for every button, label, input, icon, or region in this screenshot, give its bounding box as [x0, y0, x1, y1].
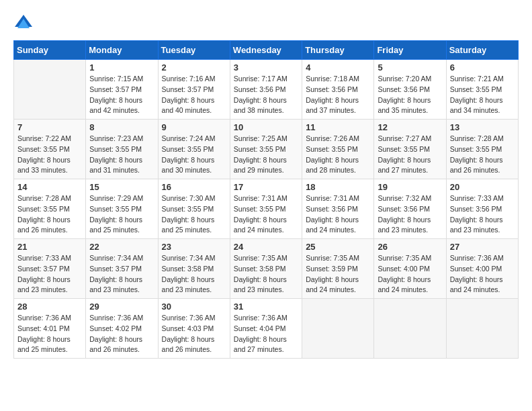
day-number: 2: [162, 62, 226, 73]
day-info: Sunrise: 7:32 AM Sunset: 3:56 PM Dayligh…: [378, 193, 442, 236]
calendar-cell: 22Sunrise: 7:34 AM Sunset: 3:57 PM Dayli…: [86, 239, 158, 299]
day-info: Sunrise: 7:15 AM Sunset: 3:57 PM Dayligh…: [89, 74, 154, 116]
calendar-cell: 31Sunrise: 7:36 AM Sunset: 4:04 PM Dayli…: [230, 299, 302, 359]
calendar-cell: 7Sunrise: 7:22 AM Sunset: 3:55 PM Daylig…: [14, 120, 86, 179]
calendar-cell: 26Sunrise: 7:35 AM Sunset: 4:00 PM Dayli…: [374, 239, 446, 299]
calendar-cell: 1Sunrise: 7:15 AM Sunset: 3:57 PM Daylig…: [86, 60, 158, 120]
calendar-cell: 8Sunrise: 7:23 AM Sunset: 3:55 PM Daylig…: [86, 120, 158, 179]
day-info: Sunrise: 7:36 AM Sunset: 4:00 PM Dayligh…: [450, 253, 515, 295]
day-number: 27: [450, 242, 515, 252]
calendar-cell: 10Sunrise: 7:25 AM Sunset: 3:55 PM Dayli…: [230, 120, 302, 179]
logo: [13, 13, 36, 34]
day-number: 3: [234, 62, 298, 73]
calendar-cell: 21Sunrise: 7:33 AM Sunset: 3:57 PM Dayli…: [14, 239, 86, 299]
day-info: Sunrise: 7:34 AM Sunset: 3:57 PM Dayligh…: [89, 253, 154, 295]
day-number: 24: [234, 242, 298, 252]
calendar-week-row: 1Sunrise: 7:15 AM Sunset: 3:57 PM Daylig…: [14, 60, 519, 120]
calendar-cell: 19Sunrise: 7:32 AM Sunset: 3:56 PM Dayli…: [374, 179, 446, 239]
day-info: Sunrise: 7:21 AM Sunset: 3:55 PM Dayligh…: [450, 74, 515, 116]
day-info: Sunrise: 7:34 AM Sunset: 3:58 PM Dayligh…: [162, 253, 226, 295]
calendar-cell: 25Sunrise: 7:35 AM Sunset: 3:59 PM Dayli…: [302, 239, 374, 299]
day-info: Sunrise: 7:31 AM Sunset: 3:56 PM Dayligh…: [306, 193, 370, 236]
column-header-monday: Monday: [86, 41, 158, 60]
calendar-cell: 14Sunrise: 7:28 AM Sunset: 3:55 PM Dayli…: [14, 179, 86, 239]
calendar-cell: 9Sunrise: 7:24 AM Sunset: 3:55 PM Daylig…: [158, 120, 230, 179]
calendar-week-row: 28Sunrise: 7:36 AM Sunset: 4:01 PM Dayli…: [14, 299, 519, 359]
day-number: 30: [162, 302, 226, 312]
calendar-cell: 13Sunrise: 7:28 AM Sunset: 3:55 PM Dayli…: [446, 120, 518, 179]
day-number: 23: [162, 242, 226, 252]
calendar-cell: 29Sunrise: 7:36 AM Sunset: 4:02 PM Dayli…: [86, 299, 158, 359]
calendar-cell: 27Sunrise: 7:36 AM Sunset: 4:00 PM Dayli…: [446, 239, 518, 299]
day-number: 8: [89, 122, 154, 132]
calendar-cell: 28Sunrise: 7:36 AM Sunset: 4:01 PM Dayli…: [14, 299, 86, 359]
calendar-cell: 4Sunrise: 7:18 AM Sunset: 3:56 PM Daylig…: [302, 60, 374, 120]
day-number: 9: [162, 122, 226, 132]
day-info: Sunrise: 7:36 AM Sunset: 4:01 PM Dayligh…: [17, 313, 82, 355]
calendar-week-row: 7Sunrise: 7:22 AM Sunset: 3:55 PM Daylig…: [14, 120, 519, 179]
calendar-cell: [374, 299, 446, 359]
day-info: Sunrise: 7:25 AM Sunset: 3:55 PM Dayligh…: [234, 134, 298, 176]
day-number: 13: [450, 122, 515, 132]
day-info: Sunrise: 7:28 AM Sunset: 3:55 PM Dayligh…: [450, 134, 515, 176]
column-header-wednesday: Wednesday: [230, 41, 302, 60]
day-info: Sunrise: 7:26 AM Sunset: 3:55 PM Dayligh…: [306, 134, 370, 176]
day-info: Sunrise: 7:16 AM Sunset: 3:57 PM Dayligh…: [162, 74, 226, 116]
calendar-cell: 6Sunrise: 7:21 AM Sunset: 3:55 PM Daylig…: [446, 60, 518, 120]
column-header-thursday: Thursday: [302, 41, 374, 60]
day-number: 16: [162, 182, 226, 192]
day-info: Sunrise: 7:36 AM Sunset: 4:02 PM Dayligh…: [89, 313, 154, 355]
day-info: Sunrise: 7:22 AM Sunset: 3:55 PM Dayligh…: [17, 134, 82, 176]
day-number: 4: [306, 62, 370, 73]
day-number: 17: [234, 182, 298, 192]
page-header: [13, 13, 519, 34]
day-info: Sunrise: 7:36 AM Sunset: 4:04 PM Dayligh…: [234, 313, 298, 355]
day-number: 31: [234, 302, 298, 312]
day-number: 6: [450, 62, 515, 73]
calendar-header-row: SundayMondayTuesdayWednesdayThursdayFrid…: [14, 41, 519, 60]
day-number: 20: [450, 182, 515, 192]
day-number: 19: [378, 182, 442, 192]
calendar-cell: 17Sunrise: 7:31 AM Sunset: 3:55 PM Dayli…: [230, 179, 302, 239]
day-info: Sunrise: 7:17 AM Sunset: 3:56 PM Dayligh…: [234, 74, 298, 116]
calendar-cell: 11Sunrise: 7:26 AM Sunset: 3:55 PM Dayli…: [302, 120, 374, 179]
day-info: Sunrise: 7:33 AM Sunset: 3:57 PM Dayligh…: [17, 253, 82, 295]
calendar-cell: 24Sunrise: 7:35 AM Sunset: 3:58 PM Dayli…: [230, 239, 302, 299]
day-number: 25: [306, 242, 370, 252]
day-info: Sunrise: 7:30 AM Sunset: 3:55 PM Dayligh…: [162, 193, 226, 236]
day-number: 28: [17, 302, 82, 312]
day-number: 7: [17, 122, 82, 132]
calendar-cell: 12Sunrise: 7:27 AM Sunset: 3:55 PM Dayli…: [374, 120, 446, 179]
day-number: 18: [306, 182, 370, 192]
calendar-cell: 16Sunrise: 7:30 AM Sunset: 3:55 PM Dayli…: [158, 179, 230, 239]
day-info: Sunrise: 7:27 AM Sunset: 3:55 PM Dayligh…: [378, 134, 442, 176]
day-info: Sunrise: 7:36 AM Sunset: 4:03 PM Dayligh…: [162, 313, 226, 355]
day-number: 12: [378, 122, 442, 132]
calendar-week-row: 14Sunrise: 7:28 AM Sunset: 3:55 PM Dayli…: [14, 179, 519, 239]
day-number: 21: [17, 242, 82, 252]
calendar-cell: 2Sunrise: 7:16 AM Sunset: 3:57 PM Daylig…: [158, 60, 230, 120]
day-info: Sunrise: 7:28 AM Sunset: 3:55 PM Dayligh…: [17, 193, 82, 236]
calendar: SundayMondayTuesdayWednesdayThursdayFrid…: [13, 40, 519, 359]
day-info: Sunrise: 7:20 AM Sunset: 3:56 PM Dayligh…: [378, 74, 442, 116]
calendar-cell: 5Sunrise: 7:20 AM Sunset: 3:56 PM Daylig…: [374, 60, 446, 120]
day-number: 11: [306, 122, 370, 132]
day-info: Sunrise: 7:29 AM Sunset: 3:55 PM Dayligh…: [89, 193, 154, 236]
calendar-cell: [302, 299, 374, 359]
day-number: 22: [89, 242, 154, 252]
day-number: 5: [378, 62, 442, 73]
day-info: Sunrise: 7:31 AM Sunset: 3:55 PM Dayligh…: [234, 193, 298, 236]
calendar-cell: [446, 299, 518, 359]
column-header-tuesday: Tuesday: [158, 41, 230, 60]
column-header-friday: Friday: [374, 41, 446, 60]
day-number: 26: [378, 242, 442, 252]
calendar-cell: 20Sunrise: 7:33 AM Sunset: 3:56 PM Dayli…: [446, 179, 518, 239]
day-info: Sunrise: 7:18 AM Sunset: 3:56 PM Dayligh…: [306, 74, 370, 116]
day-number: 10: [234, 122, 298, 132]
column-header-sunday: Sunday: [14, 41, 86, 60]
calendar-cell: 30Sunrise: 7:36 AM Sunset: 4:03 PM Dayli…: [158, 299, 230, 359]
calendar-cell: [14, 60, 86, 120]
calendar-cell: 15Sunrise: 7:29 AM Sunset: 3:55 PM Dayli…: [86, 179, 158, 239]
day-number: 14: [17, 182, 82, 192]
day-info: Sunrise: 7:33 AM Sunset: 3:56 PM Dayligh…: [450, 193, 515, 236]
